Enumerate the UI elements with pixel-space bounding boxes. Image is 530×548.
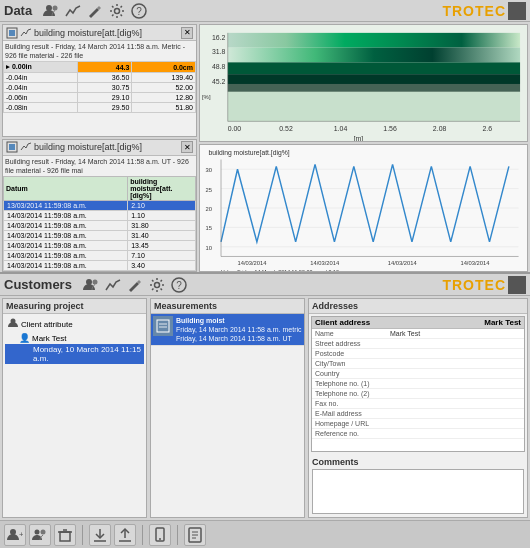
top-content: building moisture[att.[dig%] ✕ Building … [0, 22, 530, 274]
country-label: Country [315, 370, 390, 377]
right-panels: 16.2 31.8 48.8 45.2 [%] [199, 24, 528, 272]
device-connect-button[interactable] [149, 524, 171, 546]
client-label: Client attribute [21, 320, 73, 329]
bottom-section: Customers ? TROTEC Measuring project [0, 274, 530, 548]
measurement-name: Building moist [176, 316, 302, 325]
trotec-logo: TROTEC [442, 2, 526, 20]
bottom-chart-icon[interactable] [104, 276, 122, 294]
bottom-logo-text: TROTEC [442, 277, 506, 293]
svg-text:1.04: 1.04 [334, 125, 348, 132]
gear-icon[interactable] [108, 2, 126, 20]
svg-text:15: 15 [206, 225, 212, 231]
table-row[interactable]: 14/03/2014 11:59:08 a.m.1.10 [4, 211, 196, 221]
address-box: Client address Mark Test Name Mark Test … [311, 316, 525, 452]
table-row[interactable]: 14/03/2014 11:59:08 a.m.13.45 [4, 241, 196, 251]
svg-text:2.08: 2.08 [433, 125, 447, 132]
client-name: Mark Test [32, 334, 67, 343]
tree-area: Client attribute 👤 Mark Test Monday, 10 … [3, 314, 146, 517]
top-logo-text: TROTEC [442, 3, 506, 19]
bottom-help-icon[interactable]: ? [170, 276, 188, 294]
table-row: -0.04in36.50139.40 [4, 73, 196, 83]
svg-text:10: 10 [206, 245, 212, 251]
chart-svg: building moisture[att.[dig%] 30 25 20 15… [200, 145, 527, 271]
svg-point-2 [115, 8, 120, 13]
panel1-close-button[interactable]: ✕ [181, 27, 193, 39]
svg-text:14/03/2014: 14/03/2014 [388, 260, 418, 266]
table-row[interactable]: 14/03/2014 11:59:08 a.m.31.80 [4, 221, 196, 231]
svg-text:16.2: 16.2 [212, 34, 226, 41]
name-value: Mark Test [390, 330, 420, 337]
measurement-item[interactable]: Building moist Friday, 14 March 2014 11:… [151, 314, 304, 346]
table-row: -0.06in29.1012.80 [4, 93, 196, 103]
top-title: Data [4, 3, 32, 18]
address-tel2-row: Telephone no. (2) [312, 389, 524, 399]
address-email-row: E-Mail address [312, 409, 524, 419]
bottom-trotec-logo: TROTEC [442, 276, 526, 294]
address-ref-row: Reference no. [312, 429, 524, 439]
top-header-bar: Data ? TROTEC [0, 0, 530, 22]
svg-rect-19 [228, 92, 520, 121]
svg-text:30: 30 [206, 167, 212, 173]
people-list-button[interactable] [29, 524, 51, 546]
table-row[interactable]: 14/03/2014 11:59:08 a.m.3.40 [4, 261, 196, 271]
svg-text:48.8: 48.8 [212, 63, 226, 70]
table-row: ▸ 0.00in 44.3 0.0cm [4, 62, 196, 73]
export-button[interactable] [114, 524, 136, 546]
panel1-data-table: ▸ 0.00in 44.3 0.0cm -0.04in36.50139.40 -… [3, 61, 196, 113]
import-button[interactable] [89, 524, 111, 546]
street-label: Street address [315, 340, 390, 347]
chart-title: building moisture[att.[dig%] [208, 149, 289, 157]
add-person-button[interactable]: + [4, 524, 26, 546]
table-row[interactable]: 14/03/2014 11:59:08 a.m.31.40 [4, 231, 196, 241]
address-city-row: City/Town [312, 359, 524, 369]
person-icon: 👤 [19, 333, 30, 343]
bottom-gear-icon[interactable] [148, 276, 166, 294]
table-row: -0.04in30.7552.00 [4, 83, 196, 93]
people-icon[interactable] [42, 2, 60, 20]
table-header-row: Datum buildingmoisture[att.[dig%] [4, 177, 196, 201]
report-button[interactable] [184, 524, 206, 546]
svg-rect-18 [228, 84, 520, 92]
tree-project-date-item[interactable]: Monday, 10 March 2014 11:15 a.m. [5, 344, 144, 364]
svg-text:0.00: 0.00 [228, 125, 242, 132]
bottom-pencil-icon[interactable] [126, 276, 144, 294]
tree-client-name-item[interactable]: 👤 Mark Test [5, 332, 144, 344]
address-name-row: Name Mark Test [312, 329, 524, 339]
svg-text:[m]: [m] [354, 135, 364, 141]
help-icon[interactable]: ? [130, 2, 148, 20]
table-row[interactable]: 13/03/2014 11:59:08 a.m.2.10 [4, 201, 196, 211]
tree-client-item[interactable]: Client attribute [5, 316, 144, 332]
bottom-trotec-icon [508, 276, 526, 294]
bottom-title: Customers [4, 277, 72, 292]
chart-panel: building moisture[att.[dig%] 30 25 20 15… [199, 144, 528, 272]
svg-point-57 [35, 529, 40, 534]
measuring-project-panel: Measuring project Client attribute 👤 Mar… [2, 298, 147, 518]
panel1-header: building moisture[att.[dig%] ✕ [3, 25, 196, 41]
svg-text:14/03/2014: 14/03/2014 [460, 260, 490, 266]
table-row[interactable]: 14/03/2014 11:59:08 a.m.7.10 [4, 251, 196, 261]
svg-text:?: ? [176, 280, 182, 291]
top-section: Data ? TROTEC [0, 0, 530, 274]
svg-text:Value: Friday, 14 March 2014 1: Value: Friday, 14 March 2014 11:59:08 a.… [221, 269, 339, 271]
left-panels: building moisture[att.[dig%] ✕ Building … [2, 24, 197, 272]
comments-section: Comments [312, 457, 524, 514]
svg-point-47 [92, 279, 97, 284]
svg-rect-17 [228, 74, 520, 84]
svg-point-65 [159, 538, 161, 540]
address-postcode-row: Postcode [312, 349, 524, 359]
comments-box[interactable] [312, 469, 524, 514]
ref-label: Reference no. [315, 430, 390, 437]
comments-label: Comments [312, 457, 524, 467]
delete-client-button[interactable] [54, 524, 76, 546]
svg-text:1.56: 1.56 [383, 125, 397, 132]
bottom-people-icon[interactable] [82, 276, 100, 294]
svg-point-48 [154, 282, 159, 287]
panel2-close-button[interactable]: ✕ [181, 141, 193, 153]
svg-rect-8 [9, 144, 15, 150]
chart-icon[interactable] [64, 2, 82, 20]
pencil-icon[interactable] [86, 2, 104, 20]
address-fax-row: Fax no. [312, 399, 524, 409]
svg-point-1 [53, 5, 58, 10]
svg-rect-52 [157, 320, 169, 332]
svg-text:31.8: 31.8 [212, 49, 226, 56]
